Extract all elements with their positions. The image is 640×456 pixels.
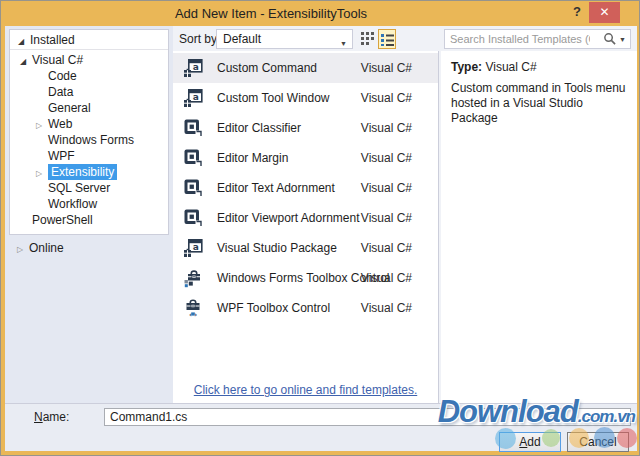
template-list-item[interactable]: ‹ › WPF Toolbox Control Visual C#	[173, 293, 438, 323]
tree-item-label[interactable]: General	[48, 101, 91, 115]
tree-expander-icon[interactable]: ◢	[20, 54, 32, 70]
tree-item-label[interactable]: Extensibility	[48, 164, 117, 180]
help-button[interactable]: ?	[569, 4, 585, 22]
tree-item-label[interactable]: Data	[48, 85, 73, 99]
template-language: Visual C#	[361, 241, 412, 255]
template-list-item[interactable]: Editor Classifier Visual C#	[173, 113, 438, 143]
list-view-button[interactable]	[378, 29, 396, 49]
svg-text:a: a	[193, 242, 199, 252]
template-list-item[interactable]: Windows Forms Toolbox Control Visual C#	[173, 263, 438, 293]
tree-item[interactable]: SQL Server	[10, 180, 168, 196]
cancel-button[interactable]: Cancel	[567, 432, 629, 452]
tree-item-label[interactable]: Web	[48, 117, 72, 131]
template-icon: ‹ ›	[183, 298, 203, 318]
categories-sidebar: ◢Installed ◢Visual C# Code Data General …	[5, 26, 173, 403]
tree-node-installed[interactable]: ◢Installed	[10, 30, 168, 50]
template-language: Visual C#	[361, 61, 412, 75]
sort-by-label: Sort by:	[179, 32, 220, 46]
template-icon: a	[183, 238, 203, 258]
wpf-toolbox-icon: ‹ ›	[183, 298, 203, 318]
package-command-icon: a	[183, 238, 203, 258]
tree-item-label[interactable]: Visual C#	[32, 53, 83, 67]
template-language: Visual C#	[361, 211, 412, 225]
template-language: Visual C#	[361, 271, 412, 285]
winforms-toolbox-icon	[183, 268, 203, 288]
type-row: Type: Visual C#	[451, 60, 537, 74]
tree-items: ◢Visual C# Code Data General ▷Web Window…	[10, 50, 168, 228]
template-details-panel: Type: Visual C# Custom command in Tools …	[441, 51, 637, 403]
go-online-link[interactable]: Click here to go online and find templat…	[173, 383, 438, 397]
tree-item-label[interactable]: SQL Server	[48, 181, 110, 195]
list-view-icon	[381, 33, 394, 46]
online-label: Online	[29, 241, 64, 255]
editor-icon	[183, 208, 203, 228]
template-icon	[183, 208, 203, 228]
template-list-panel: a Custom Command Visual C# a Custom Tool…	[173, 51, 439, 403]
type-label: Type:	[451, 60, 482, 74]
tree-item-label[interactable]: Code	[48, 69, 77, 83]
template-list-item[interactable]: Editor Margin Visual C#	[173, 143, 438, 173]
footer-bar: Name: Add Cancel	[5, 403, 637, 451]
editor-icon	[183, 148, 203, 168]
template-name: Editor Viewport Adornment	[217, 211, 360, 225]
svg-text:a: a	[193, 62, 199, 72]
sort-by-value: Default	[223, 32, 261, 46]
template-list: a Custom Command Visual C# a Custom Tool…	[173, 53, 438, 323]
template-list-item[interactable]: a Visual Studio Package Visual C#	[173, 233, 438, 263]
template-name: Editor Text Adornment	[217, 181, 335, 195]
template-name: Editor Margin	[217, 151, 288, 165]
template-name: Editor Classifier	[217, 121, 301, 135]
sort-by-dropdown[interactable]: Default ▼	[216, 29, 353, 49]
svg-text:a: a	[193, 92, 199, 102]
template-name: Custom Tool Window	[217, 91, 330, 105]
add-button[interactable]: Add	[499, 432, 561, 452]
template-list-item[interactable]: Editor Text Adornment Visual C#	[173, 173, 438, 203]
template-list-item[interactable]: Editor Viewport Adornment Visual C#	[173, 203, 438, 233]
name-input[interactable]	[104, 408, 631, 426]
tree-item[interactable]: Data	[10, 84, 168, 100]
template-icon	[183, 178, 203, 198]
tree-item[interactable]: Workflow	[10, 196, 168, 212]
search-icon	[603, 32, 616, 45]
tree-item[interactable]: WPF	[10, 148, 168, 164]
template-name: Visual Studio Package	[217, 241, 337, 255]
close-button[interactable]: ✕	[589, 2, 620, 23]
dialog-content: ◢Installed ◢Visual C# Code Data General …	[5, 26, 637, 451]
titlebar[interactable]: Add New Item - ExtensibilityTools ? ✕	[1, 1, 639, 26]
tree-expander-icon[interactable]: ◢	[18, 32, 30, 52]
package-command-icon: a	[183, 58, 203, 78]
tree-item[interactable]: ▷Extensibility	[10, 164, 168, 180]
chevron-down-icon[interactable]: ▼	[619, 36, 626, 43]
template-language: Visual C#	[361, 181, 412, 195]
editor-icon	[183, 178, 203, 198]
search-glyphs: ▼	[603, 32, 626, 48]
search-box[interactable]: ▼	[444, 29, 631, 49]
template-icon: a	[183, 88, 203, 108]
dialog-title: Add New Item - ExtensibilityTools	[175, 6, 367, 21]
template-language: Visual C#	[361, 91, 412, 105]
tree-expander-icon[interactable]: ▷	[17, 241, 29, 259]
tree-item[interactable]: ▷Web	[10, 116, 168, 132]
tree-item-label[interactable]: Windows Forms	[48, 133, 134, 147]
tree-item[interactable]: ◢Visual C#	[10, 52, 168, 68]
template-list-item[interactable]: a Custom Command Visual C#	[173, 53, 438, 83]
template-icon	[183, 268, 203, 288]
tree-item[interactable]: General	[10, 100, 168, 116]
tree-item[interactable]: PowerShell	[10, 212, 168, 228]
tree-item-label[interactable]: WPF	[48, 149, 75, 163]
grid-view-icon	[361, 32, 374, 45]
tree-node-online[interactable]: ▷Online	[9, 239, 64, 257]
tree-item[interactable]: Windows Forms	[10, 132, 168, 148]
template-description: Custom command in Tools menu hosted in a…	[451, 81, 629, 126]
tree-item[interactable]: Code	[10, 68, 168, 84]
name-label: Name:	[34, 410, 69, 424]
tree-item-label[interactable]: Workflow	[48, 197, 97, 211]
template-list-item[interactable]: a Custom Tool Window Visual C#	[173, 83, 438, 113]
tree-item-label[interactable]: PowerShell	[32, 213, 93, 227]
add-new-item-dialog: Add New Item - ExtensibilityTools ? ✕ ◢I…	[0, 0, 640, 456]
installed-tree: ◢Installed ◢Visual C# Code Data General …	[9, 29, 169, 235]
small-icons-view-button[interactable]	[358, 29, 376, 49]
editor-icon	[183, 118, 203, 138]
search-input[interactable]	[450, 31, 590, 47]
template-language: Visual C#	[361, 151, 412, 165]
